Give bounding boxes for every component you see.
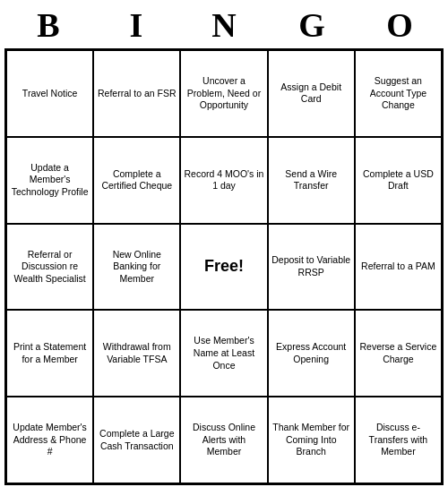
bingo-cell-r2c1[interactable]: New Online Banking for Member (93, 224, 180, 311)
bingo-cell-r0c2[interactable]: Uncover a Problem, Need or Opportunity (180, 50, 267, 137)
bingo-cell-r0c1[interactable]: Referral to an FSR (93, 50, 180, 137)
bingo-cell-r4c1[interactable]: Complete a Large Cash Transaction (93, 397, 180, 483)
bingo-cell-r2c2[interactable]: Free! (180, 224, 267, 311)
letter-b: B (13, 5, 84, 45)
bingo-cell-r1c0[interactable]: Update a Member's Technology Profile (6, 137, 93, 224)
letter-i: I (100, 5, 172, 45)
bingo-cell-r1c1[interactable]: Complete a Certified Cheque (93, 137, 180, 224)
bingo-title-row: B I N G O (4, 0, 444, 48)
bingo-cell-r0c0[interactable]: Travel Notice (6, 50, 93, 137)
bingo-cell-r4c2[interactable]: Discuss Online Alerts with Member (180, 397, 267, 483)
bingo-cell-r3c1[interactable]: Withdrawal from Variable TFSA (93, 310, 180, 397)
bingo-cell-r3c0[interactable]: Print a Statement for a Member (6, 310, 93, 397)
bingo-cell-r0c3[interactable]: Assign a Debit Card (268, 50, 355, 137)
bingo-cell-r4c0[interactable]: Update Member's Address & Phone # (6, 397, 93, 483)
bingo-cell-r2c0[interactable]: Referral or Discussion re Wealth Special… (6, 224, 93, 311)
letter-g: G (276, 5, 348, 45)
letter-o: O (364, 5, 435, 45)
bingo-cell-r1c2[interactable]: Record 4 MOO's in 1 day (180, 137, 267, 224)
letter-n: N (188, 5, 260, 45)
bingo-cell-r3c2[interactable]: Use Member's Name at Least Once (180, 310, 267, 397)
bingo-grid: Travel NoticeReferral to an FSRUncover a… (4, 48, 444, 485)
bingo-cell-r4c3[interactable]: Thank Member for Coming Into Branch (268, 397, 355, 483)
bingo-cell-r1c4[interactable]: Complete a USD Draft (355, 137, 442, 224)
bingo-cell-r2c4[interactable]: Referral to a PAM (355, 224, 442, 311)
bingo-cell-r3c3[interactable]: Express Account Opening (268, 310, 355, 397)
bingo-cell-r3c4[interactable]: Reverse a Service Charge (355, 310, 442, 397)
bingo-cell-r4c4[interactable]: Discuss e-Transfers with Member (355, 397, 442, 483)
bingo-cell-r2c3[interactable]: Deposit to Variable RRSP (268, 224, 355, 311)
bingo-cell-r1c3[interactable]: Send a Wire Transfer (268, 137, 355, 224)
bingo-cell-r0c4[interactable]: Suggest an Account Type Change (355, 50, 442, 137)
